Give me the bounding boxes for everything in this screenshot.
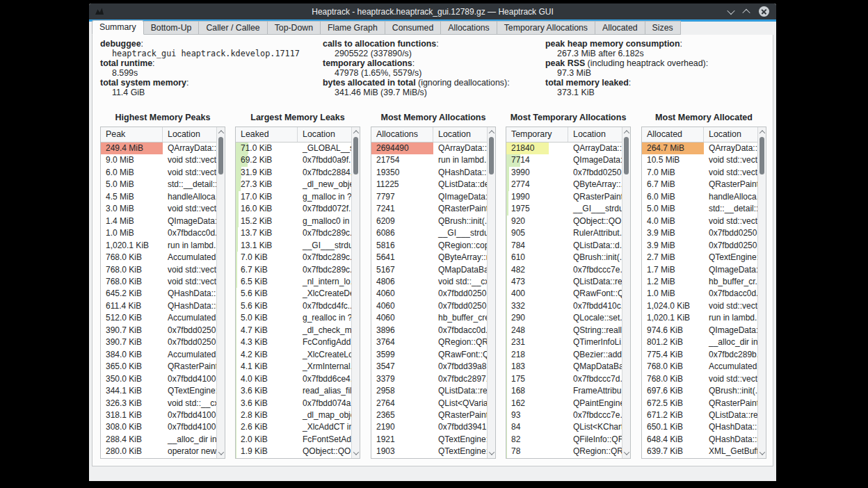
scroll-down-icon[interactable] (622, 449, 630, 457)
table-row[interactable]: 6.5 KiB_nl_intern_lo... (236, 276, 351, 288)
vertical-scrollbar[interactable] (351, 127, 360, 458)
table-row[interactable]: 473QListData::re... (506, 276, 622, 288)
table-row[interactable]: 78QRegion::QR... (506, 446, 622, 457)
table-row[interactable]: 3.9 MiB0x7fbdd0250... (642, 240, 757, 252)
table-row[interactable]: 6.0 MiBhandleAlloca... (642, 191, 757, 203)
table-row[interactable]: 1903QTextEngine:... (371, 446, 487, 457)
table-row[interactable]: 365.0 KiBQRasterPaint... (101, 361, 216, 373)
table-row[interactable]: 1750x7fbdccc7d... (506, 373, 622, 385)
table-row[interactable]: 16.0 KiB0x7fbdd072f... (236, 203, 351, 215)
table-row[interactable]: 4820x7fbdccc7e... (506, 264, 622, 276)
table-row[interactable]: 390.7 KiB0x7fbdd0250... (101, 336, 216, 348)
scrollbar-thumb[interactable] (624, 137, 629, 174)
scroll-up-icon[interactable] (217, 128, 225, 136)
table-row[interactable]: 344.1 KiBQTextEngine:... (101, 385, 216, 397)
tab-top-down[interactable]: Top-Down (268, 21, 321, 35)
table-row[interactable]: 326.3 KiBvoid std::__cx... (101, 398, 216, 409)
table-row[interactable]: 2.0 KiBFcFontSetAd... (236, 434, 351, 446)
table-row[interactable]: 5.0 MiBstd::__detail::... (642, 203, 757, 215)
table-row[interactable]: 21754run in lambd... (371, 154, 487, 166)
vertical-scrollbar[interactable] (757, 127, 766, 458)
tab-sizes[interactable]: Sizes (645, 21, 681, 35)
table-row[interactable]: 5.6 KiB0x7fbdcd4fc... (236, 300, 351, 312)
table-row[interactable]: 40600x7fbdd0250... (371, 300, 487, 312)
table-row[interactable]: 318.1 KiB0x7fbdd4100... (101, 409, 216, 421)
column-header-location[interactable]: Location (568, 127, 622, 142)
table-row[interactable]: 231QTimerInfoLi... (506, 336, 622, 348)
vertical-scrollbar[interactable] (622, 127, 630, 458)
vertical-scrollbar[interactable] (487, 127, 495, 458)
table-row[interactable]: 1,024.0 KiBvoid std::vect... (642, 300, 757, 312)
table-row[interactable]: 249.4 MiBQArrayData::... (101, 143, 216, 154)
table-row[interactable]: 5.0 MiBstd::__detail::... (101, 179, 216, 190)
table-row[interactable]: 775.4 KiB0x7fbdc289b... (642, 349, 757, 361)
table-row[interactable]: 768.0 KiBvoid std::vect... (642, 373, 757, 385)
table-row[interactable]: 4.0 MiBvoid std::vect... (642, 215, 757, 227)
table-row[interactable]: 33790x7fbdc2897... (371, 373, 487, 385)
table-row[interactable]: 1.2 MiBhb_buffer_cr... (642, 276, 757, 288)
table-row[interactable]: 930x7fbdccc7e... (506, 409, 622, 421)
table-row[interactable]: 11225QListData::de... (371, 179, 487, 190)
column-header-value[interactable]: Leaked (236, 127, 298, 142)
table-row[interactable]: 3599QRawFont::Q... (371, 349, 487, 361)
table-row[interactable]: 1921QTextEngine:... (371, 434, 487, 446)
table-row[interactable]: 218QBezier::add... (506, 349, 622, 361)
table-row[interactable]: 671.2 KiBQListData::re... (642, 409, 757, 421)
table-row[interactable]: 38960x7fbdacc0d... (371, 325, 487, 336)
close-icon[interactable] (759, 6, 769, 17)
tab-caller-callee[interactable]: Caller / Callee (199, 21, 267, 35)
table-row[interactable]: 10.5 MiBvoid std::vect... (642, 154, 757, 166)
table-row[interactable]: 784QListData::d... (506, 240, 622, 252)
table-row[interactable]: 768.0 KiBvoid std::vect... (101, 276, 216, 288)
table-row[interactable]: 6.0 MiBvoid std::vect... (101, 167, 216, 179)
table-row[interactable]: 4.5 MiBhandleAlloca... (101, 191, 216, 203)
tab-consumed[interactable]: Consumed (385, 21, 441, 35)
table-row[interactable]: 1,020.1 KiBrun in lambd... (101, 240, 216, 252)
table-row[interactable]: 2.8 KiB_dl_map_obje... (236, 409, 351, 421)
table-row[interactable]: 5167QMapDataBa... (371, 264, 487, 276)
table-row[interactable]: 5.0 KiBg_realloc in ?... (236, 312, 351, 324)
table-row[interactable]: 2.7 MiBQTextEngine:... (642, 252, 757, 263)
table-row[interactable]: 21840QArrayData::... (506, 143, 622, 154)
table-row[interactable]: 3.0 MiBvoid std::vect... (101, 203, 216, 215)
column-header-location[interactable]: Location (298, 127, 351, 142)
scrollbar-thumb[interactable] (353, 137, 358, 174)
table-row[interactable]: 2958QListData::re... (371, 385, 487, 397)
table-row[interactable]: 13.1 KiB__GI___strdup... (236, 240, 351, 252)
scroll-down-icon[interactable] (488, 449, 495, 457)
table-row[interactable]: 3.6 KiBread_alias_fil... (236, 385, 351, 397)
table-row[interactable]: 2694490QArrayData::... (371, 143, 487, 154)
maximize-icon[interactable] (742, 8, 750, 16)
table-row[interactable]: 1.7 MiBQImageData:... (642, 264, 757, 276)
scrollbar-thumb[interactable] (218, 137, 223, 174)
table-row[interactable]: 1.0 MiB0x7fbdacc0d... (642, 288, 757, 300)
table-row[interactable]: 1.9 KiBQObject::QO... (236, 446, 351, 457)
scroll-down-icon[interactable] (217, 449, 225, 457)
table-row[interactable]: 1975__GI___strdup... (506, 203, 622, 215)
table-row[interactable]: 39900x7fbdd0250... (506, 167, 622, 179)
table-row[interactable]: 4.3 KiBFcConfigAdd... (236, 336, 351, 348)
table-row[interactable]: 648.4 KiBQHashData::r... (642, 434, 757, 446)
table-row[interactable]: 697.6 KiBQBrush::init(... (642, 385, 757, 397)
table-row[interactable]: 1,020.1 KiBrun in lambd... (642, 312, 757, 324)
minimize-icon[interactable] (727, 6, 734, 14)
table-row[interactable]: 280.0 KiBoperator new... (101, 446, 216, 457)
table-row[interactable]: 69.2 KiB0x7fbdd0a9f... (236, 154, 351, 166)
table-row[interactable]: 2764QList<QVaria... (371, 398, 487, 409)
table-row[interactable]: 40600x7fbdd0250... (371, 288, 487, 300)
table-row[interactable]: 905RulerAttribut... (506, 227, 622, 239)
table-row[interactable]: 3764QRegion::QR... (371, 336, 487, 348)
table-row[interactable]: 3320x7fbdd410c... (506, 300, 622, 312)
table-row[interactable]: 400QRawFont::Q... (506, 288, 622, 300)
table-row[interactable]: 7241QRasterPaint... (371, 203, 487, 215)
column-header-location[interactable]: Location (704, 127, 757, 142)
tab-allocated[interactable]: Allocated (595, 21, 645, 35)
table-row[interactable]: 71.0 KiB_GLOBAL__su... (236, 143, 351, 154)
tab-temporary-allocations[interactable]: Temporary Allocations (497, 21, 595, 35)
scrollbar-thumb[interactable] (760, 137, 764, 174)
table-row[interactable]: 4.0 KiB0x7fbdd6ce4... (236, 373, 351, 385)
scroll-up-icon[interactable] (758, 128, 766, 136)
table-row[interactable]: 5.6 KiB_XlcCreateDe... (236, 288, 351, 300)
table-row[interactable]: 2774QByteArray::... (506, 179, 622, 190)
table-row[interactable]: 611.4 KiBQHashData::r... (101, 300, 216, 312)
